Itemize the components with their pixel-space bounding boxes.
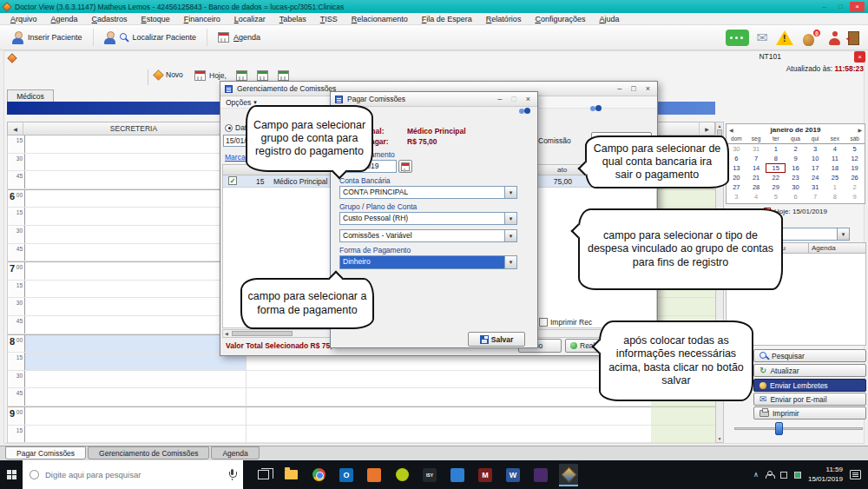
calendar-date[interactable]: 12 bbox=[845, 154, 865, 163]
column-header-secreteria[interactable]: SECRETERIA bbox=[23, 124, 245, 133]
tab-pagar-comissoes[interactable]: Pagar Comissões bbox=[5, 446, 86, 459]
calendar-date[interactable]: 25 bbox=[825, 173, 845, 182]
exit-icon[interactable] bbox=[848, 31, 859, 45]
inserir-paciente-button[interactable]: Inserir Paciente bbox=[5, 29, 89, 47]
day-view-button[interactable] bbox=[236, 70, 247, 81]
word-button[interactable]: W bbox=[503, 464, 523, 486]
zoom-slider-thumb[interactable] bbox=[775, 422, 783, 435]
hoje-button[interactable]: Hoje, bbox=[194, 70, 227, 81]
window-minimize-button[interactable]: – bbox=[817, 2, 832, 12]
calendar-date[interactable]: 30 bbox=[786, 182, 806, 192]
tray-people-icon[interactable] bbox=[766, 471, 773, 479]
menu-item[interactable]: Financeiro bbox=[177, 15, 227, 23]
scroll-right-button[interactable]: ▶ bbox=[699, 122, 714, 135]
calendar-date[interactable]: 6 bbox=[727, 154, 746, 163]
zoom-slider-track[interactable] bbox=[734, 427, 863, 430]
calendar-date[interactable]: 5 bbox=[766, 192, 786, 202]
calendar-date[interactable]: 14 bbox=[746, 163, 766, 173]
agenda-slot-right[interactable] bbox=[247, 426, 715, 443]
action-center-icon[interactable] bbox=[850, 470, 861, 479]
calendar-date[interactable]: 15 bbox=[766, 163, 786, 173]
calendar-date[interactable]: 1 bbox=[766, 144, 786, 154]
calendar-date[interactable]: 31 bbox=[806, 182, 825, 192]
menu-item[interactable]: Relacionamento bbox=[345, 15, 415, 23]
enviar-lembretes-button[interactable]: Enviar Lembretes bbox=[753, 379, 866, 392]
people-icon[interactable] bbox=[589, 105, 603, 116]
agenda-slot[interactable] bbox=[25, 353, 247, 370]
chevron-down-icon[interactable]: ▾ bbox=[504, 230, 516, 241]
window-maximize-button[interactable]: □ bbox=[833, 2, 848, 12]
chat-icon[interactable] bbox=[726, 30, 749, 46]
calendar-date[interactable]: 7 bbox=[806, 192, 825, 202]
calendar-date[interactable]: 3 bbox=[806, 144, 825, 154]
localizar-paciente-button[interactable]: Localizar Paciente bbox=[97, 29, 204, 47]
warning-icon[interactable]: ! bbox=[776, 30, 793, 45]
menu-item[interactable]: Relatórios bbox=[479, 15, 529, 23]
agenda-slot[interactable] bbox=[25, 154, 247, 171]
menu-item[interactable]: Configurações bbox=[528, 15, 592, 23]
taskbar-search[interactable] bbox=[23, 460, 243, 489]
chevron-down-icon[interactable]: ▾ bbox=[837, 228, 849, 240]
atualizar-button[interactable]: ↻ Atualizar bbox=[753, 364, 866, 377]
taskbar-clock[interactable]: 11:59 15/01/2019 bbox=[808, 466, 843, 485]
calendar-date[interactable]: 22 bbox=[766, 173, 786, 182]
calendar-date[interactable]: 28 bbox=[746, 182, 766, 192]
calendar-next-button[interactable]: ▶ bbox=[853, 127, 862, 133]
calendar-date[interactable]: 6 bbox=[786, 192, 806, 202]
calendar-date[interactable]: 8 bbox=[825, 192, 845, 202]
agenda-slot[interactable] bbox=[25, 371, 247, 388]
chevron-down-icon[interactable]: ▾ bbox=[504, 213, 516, 224]
mail-icon[interactable]: ✉ bbox=[757, 31, 768, 45]
notifications-bell-icon[interactable]: 0 bbox=[801, 29, 821, 47]
app-button-4[interactable]: M bbox=[476, 464, 495, 486]
tray-icon-1[interactable] bbox=[780, 472, 787, 479]
menu-item[interactable]: Localizar bbox=[227, 15, 273, 23]
calendar-date[interactable]: 17 bbox=[806, 163, 825, 173]
forma-pagamento-select[interactable]: Dinheiro ▾ bbox=[339, 255, 517, 269]
calendar-date[interactable]: 29 bbox=[766, 182, 786, 192]
agenda-slot[interactable] bbox=[25, 171, 247, 188]
minimize-button[interactable]: – bbox=[497, 95, 502, 103]
microphone-icon[interactable] bbox=[228, 469, 236, 480]
file-explorer-button[interactable] bbox=[281, 464, 300, 486]
calendar-date[interactable]: 9 bbox=[786, 154, 806, 163]
maximize-button[interactable]: □ bbox=[631, 84, 635, 93]
chevron-down-icon[interactable]: ▾ bbox=[504, 187, 516, 198]
task-view-button[interactable] bbox=[253, 464, 273, 486]
marcar-link[interactable]: Marcar bbox=[225, 153, 247, 162]
calendar-date[interactable]: 19 bbox=[845, 163, 865, 173]
grid-header-agenda[interactable]: Agenda bbox=[809, 242, 866, 254]
agenda-time-row[interactable]: 900 bbox=[8, 406, 715, 426]
outlook-button[interactable]: O bbox=[337, 464, 356, 486]
calendar-date[interactable]: 13 bbox=[727, 163, 746, 173]
start-button[interactable] bbox=[0, 460, 23, 489]
agenda-slot[interactable] bbox=[25, 226, 247, 243]
calendar-date[interactable]: 27 bbox=[727, 182, 746, 192]
tab-agenda[interactable]: Agenda bbox=[211, 446, 259, 459]
agenda-slot[interactable] bbox=[25, 298, 247, 315]
app-button-2[interactable] bbox=[392, 464, 411, 486]
enviar-email-button[interactable]: ✉ Enviar por E-mail bbox=[753, 393, 866, 406]
close-button[interactable]: × bbox=[646, 84, 650, 93]
calendar-date[interactable]: 4 bbox=[746, 192, 766, 202]
agenda-slot[interactable] bbox=[25, 190, 247, 208]
menu-item[interactable]: Fila de Espera bbox=[415, 15, 479, 23]
menu-item[interactable]: Estoque bbox=[135, 15, 177, 23]
tab-gerenciamento-comissoes[interactable]: Gerenciamento de Comissões bbox=[88, 446, 209, 459]
calendar-date[interactable]: 4 bbox=[825, 144, 845, 154]
close-button[interactable]: × bbox=[526, 95, 530, 103]
grupo-plano-select[interactable]: Custo Pessoal (RH) ▾ bbox=[339, 212, 517, 225]
menu-item[interactable]: Cadastros bbox=[85, 15, 135, 23]
isy-button[interactable]: ISY bbox=[420, 464, 439, 486]
calendar-prev-button[interactable]: ◀ bbox=[729, 127, 738, 133]
calendar-date[interactable]: 2 bbox=[786, 144, 806, 154]
agenda-slot-right[interactable] bbox=[247, 407, 715, 425]
calendar-date[interactable]: 9 bbox=[845, 192, 865, 202]
menu-item[interactable]: Ajuda bbox=[592, 15, 626, 23]
calendar-date[interactable]: 16 bbox=[786, 163, 806, 173]
calendar-date[interactable]: 5 bbox=[845, 144, 865, 154]
agenda-slot[interactable] bbox=[25, 335, 247, 353]
agenda-slot[interactable] bbox=[25, 388, 247, 406]
calendar-date[interactable]: 1 bbox=[825, 182, 845, 192]
agenda-slot[interactable] bbox=[25, 281, 247, 298]
